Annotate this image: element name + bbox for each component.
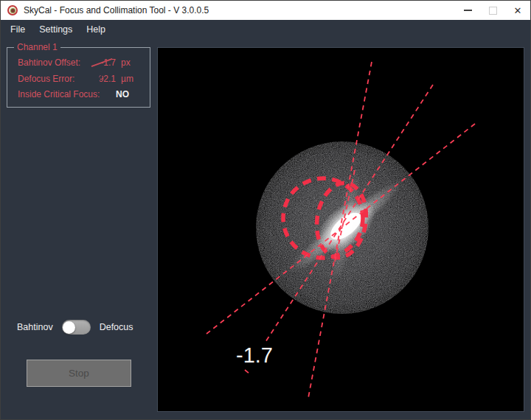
offset-annotation: -1.7 xyxy=(236,343,273,367)
channel-title: Channel 1 xyxy=(14,42,60,52)
menu-help[interactable]: Help xyxy=(86,24,105,35)
mode-toggle-switch[interactable] xyxy=(62,320,91,335)
critical-focus-row: Inside Critical Focus: NO xyxy=(7,87,150,103)
window-controls: ✕ xyxy=(455,1,530,20)
critical-focus-value: NO xyxy=(116,89,129,99)
channel-panel: Channel 1 Bahtinov Offset: -1.7 px Defoc… xyxy=(7,42,150,108)
window-title: SkyCal - Focus and Collimation Tool - V … xyxy=(24,5,209,15)
bahtinov-offset-value: -1.7 xyxy=(90,57,116,68)
minimize-button[interactable] xyxy=(455,1,480,20)
toggle-knob xyxy=(63,321,75,334)
defocus-error-unit: µm xyxy=(121,74,133,84)
bahtinov-offset-unit: px xyxy=(121,57,131,68)
defocus-error-value: 92.1 xyxy=(90,74,116,84)
menubar: File Settings Help xyxy=(1,20,530,38)
bahtinov-offset-row: Bahtinov Offset: -1.7 px xyxy=(7,55,150,71)
diffraction-spike-line xyxy=(245,370,249,374)
titlebar: SkyCal - Focus and Collimation Tool - V … xyxy=(1,1,530,20)
toggle-right-label: Defocus xyxy=(100,322,133,332)
star-image-view: -1.7 xyxy=(158,48,524,411)
critical-focus-label: Inside Critical Focus: xyxy=(18,89,100,99)
maximize-icon xyxy=(489,7,497,15)
menu-settings[interactable]: Settings xyxy=(39,24,72,35)
close-icon: ✕ xyxy=(514,6,522,15)
close-button[interactable]: ✕ xyxy=(505,1,530,20)
minimize-icon xyxy=(464,10,472,11)
stop-button[interactable]: Stop xyxy=(27,360,131,387)
toggle-left-label: Bahtinov xyxy=(17,322,53,332)
app-window: SkyCal - Focus and Collimation Tool - V … xyxy=(0,0,531,420)
menu-file[interactable]: File xyxy=(10,24,25,35)
bahtinov-offset-label: Bahtinov Offset: xyxy=(18,57,80,68)
app-target-icon xyxy=(7,5,18,15)
defocus-error-label: Defocus Error: xyxy=(18,74,74,84)
defocus-error-row: Defocus Error: 92.1 µm xyxy=(7,71,150,88)
maximize-button[interactable] xyxy=(480,1,505,20)
mode-toggle-row: Bahtinov Defocus xyxy=(17,320,133,335)
